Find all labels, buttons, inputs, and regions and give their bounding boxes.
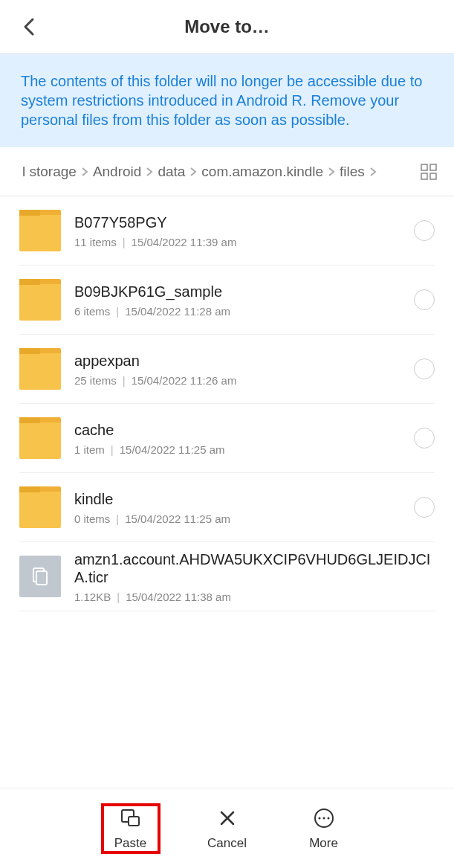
breadcrumb-list: l storage Android data com.amazon.kindle… xyxy=(22,164,409,180)
item-count: 25 items xyxy=(74,374,117,387)
close-icon xyxy=(215,806,239,830)
item-text: B09BJKP61G_sample 6 items | 15/04/2022 1… xyxy=(74,283,405,318)
select-radio[interactable] xyxy=(414,220,435,241)
header: Move to… xyxy=(0,0,454,54)
bottom-action-bar: Paste Cancel More xyxy=(0,788,454,868)
folder-icon xyxy=(19,486,61,528)
item-count: 6 items xyxy=(74,305,110,318)
item-date: 15/04/2022 11:25 am xyxy=(125,512,230,525)
more-button[interactable]: More xyxy=(294,806,354,851)
page-title: Move to… xyxy=(0,16,454,37)
list-item[interactable]: kindle 0 items | 15/04/2022 11:25 am xyxy=(19,473,435,542)
item-meta: 1.12KB | 15/04/2022 11:38 am xyxy=(74,591,435,603)
item-text: appexpan 25 items | 15/04/2022 11:26 am xyxy=(74,352,405,387)
item-name: B077Y58PGY xyxy=(74,213,405,231)
back-button[interactable] xyxy=(18,16,40,38)
item-meta: 0 items | 15/04/2022 11:25 am xyxy=(74,512,405,525)
item-date: 15/04/2022 11:26 am xyxy=(132,374,237,387)
item-name: amzn1.account.AHDWA5UKXCIP6VHUD6GLJEIDJC… xyxy=(74,550,435,586)
item-count: 11 items xyxy=(74,236,117,248)
meta-separator: | xyxy=(116,305,119,318)
item-count: 0 items xyxy=(74,512,110,525)
cancel-button[interactable]: Cancel xyxy=(198,806,257,851)
select-radio[interactable] xyxy=(414,359,435,379)
item-date: 15/04/2022 11:25 am xyxy=(120,443,225,456)
svg-point-11 xyxy=(318,817,320,819)
svg-point-12 xyxy=(322,817,325,819)
chevron-right-icon xyxy=(328,167,335,177)
breadcrumb-item[interactable]: files xyxy=(340,164,365,180)
grid-icon xyxy=(421,164,437,180)
item-text: cache 1 item | 15/04/2022 11:25 am xyxy=(74,421,405,456)
action-label: Paste xyxy=(114,836,146,851)
meta-separator: | xyxy=(117,591,120,603)
item-count: 1 item xyxy=(74,443,105,456)
select-radio[interactable] xyxy=(414,428,435,449)
item-date: 15/04/2022 11:38 am xyxy=(126,591,231,603)
breadcrumb: l storage Android data com.amazon.kindle… xyxy=(0,147,454,196)
svg-rect-5 xyxy=(36,571,47,585)
folder-icon xyxy=(19,417,61,459)
breadcrumb-item[interactable]: data xyxy=(158,164,185,180)
svg-rect-2 xyxy=(421,173,427,179)
meta-separator: | xyxy=(123,374,126,387)
item-name: cache xyxy=(74,421,405,439)
list-item[interactable]: B077Y58PGY 11 items | 15/04/2022 11:39 a… xyxy=(19,196,435,266)
file-list: B077Y58PGY 11 items | 15/04/2022 11:39 a… xyxy=(0,196,454,611)
folder-icon xyxy=(19,279,61,321)
item-meta: 11 items | 15/04/2022 11:39 am xyxy=(74,236,405,248)
item-size: 1.12KB xyxy=(74,591,111,603)
svg-rect-0 xyxy=(421,164,427,170)
chevron-right-icon xyxy=(81,167,88,177)
select-radio[interactable] xyxy=(414,289,435,310)
item-text: kindle 0 items | 15/04/2022 11:25 am xyxy=(74,490,405,525)
paste-button[interactable]: Paste xyxy=(101,803,160,854)
document-icon xyxy=(19,556,61,597)
action-label: More xyxy=(309,836,338,851)
list-item[interactable]: appexpan 25 items | 15/04/2022 11:26 am xyxy=(19,335,435,404)
folder-icon xyxy=(19,210,61,251)
breadcrumb-item[interactable]: Android xyxy=(93,164,142,180)
breadcrumb-item[interactable]: com.amazon.kindle xyxy=(201,164,323,180)
select-radio[interactable] xyxy=(414,497,435,518)
action-label: Cancel xyxy=(207,836,247,851)
item-meta: 6 items | 15/04/2022 11:28 am xyxy=(74,305,405,318)
item-name: appexpan xyxy=(74,352,405,370)
svg-point-13 xyxy=(327,817,329,819)
grid-view-toggle[interactable] xyxy=(418,164,439,180)
item-date: 15/04/2022 11:28 am xyxy=(125,305,230,318)
list-item[interactable]: amzn1.account.AHDWA5UKXCIP6VHUD6GLJEIDJC… xyxy=(19,542,435,611)
item-meta: 1 item | 15/04/2022 11:25 am xyxy=(74,443,405,456)
meta-separator: | xyxy=(116,512,119,525)
item-meta: 25 items | 15/04/2022 11:26 am xyxy=(74,374,405,387)
warning-notice: The contents of this folder will no long… xyxy=(0,54,454,147)
item-name: B09BJKP61G_sample xyxy=(74,283,405,300)
list-item[interactable]: cache 1 item | 15/04/2022 11:25 am xyxy=(19,404,435,473)
svg-rect-1 xyxy=(430,164,436,170)
chevron-right-icon xyxy=(189,167,197,177)
paste-icon xyxy=(119,806,143,830)
svg-rect-3 xyxy=(430,173,436,179)
more-icon xyxy=(312,806,336,830)
item-name: kindle xyxy=(74,490,405,508)
item-text: amzn1.account.AHDWA5UKXCIP6VHUD6GLJEIDJC… xyxy=(74,550,435,603)
list-item[interactable]: B09BJKP61G_sample 6 items | 15/04/2022 1… xyxy=(19,266,435,335)
breadcrumb-item[interactable]: l storage xyxy=(22,164,77,180)
chevron-right-icon xyxy=(146,167,153,177)
meta-separator: | xyxy=(111,443,114,456)
folder-icon xyxy=(19,348,61,390)
item-text: B077Y58PGY 11 items | 15/04/2022 11:39 a… xyxy=(74,213,405,248)
svg-rect-7 xyxy=(129,817,139,826)
chevron-left-icon xyxy=(22,16,36,37)
meta-separator: | xyxy=(123,236,126,248)
item-date: 15/04/2022 11:39 am xyxy=(132,236,237,248)
chevron-right-icon xyxy=(369,167,377,177)
